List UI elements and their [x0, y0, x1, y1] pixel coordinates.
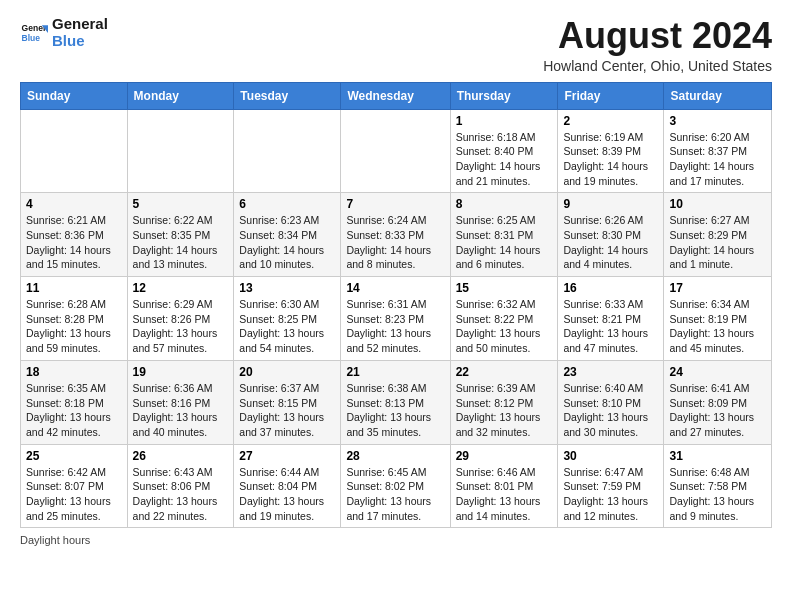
calendar-week-row: 25Sunrise: 6:42 AMSunset: 8:07 PMDayligh…: [21, 444, 772, 528]
calendar-header-row: SundayMondayTuesdayWednesdayThursdayFrid…: [21, 82, 772, 109]
calendar-cell: 16Sunrise: 6:33 AMSunset: 8:21 PMDayligh…: [558, 277, 664, 361]
day-info: Sunrise: 6:18 AMSunset: 8:40 PMDaylight:…: [456, 130, 553, 189]
day-info: Sunrise: 6:21 AMSunset: 8:36 PMDaylight:…: [26, 213, 122, 272]
calendar-cell: 26Sunrise: 6:43 AMSunset: 8:06 PMDayligh…: [127, 444, 234, 528]
day-info: Sunrise: 6:19 AMSunset: 8:39 PMDaylight:…: [563, 130, 658, 189]
svg-text:Blue: Blue: [22, 32, 41, 42]
day-info: Sunrise: 6:20 AMSunset: 8:37 PMDaylight:…: [669, 130, 766, 189]
day-number: 12: [133, 281, 229, 295]
day-header: Thursday: [450, 82, 558, 109]
day-header: Sunday: [21, 82, 128, 109]
day-header: Saturday: [664, 82, 772, 109]
calendar-week-row: 4Sunrise: 6:21 AMSunset: 8:36 PMDaylight…: [21, 193, 772, 277]
day-number: 24: [669, 365, 766, 379]
day-number: 15: [456, 281, 553, 295]
calendar-cell: 25Sunrise: 6:42 AMSunset: 8:07 PMDayligh…: [21, 444, 128, 528]
day-info: Sunrise: 6:34 AMSunset: 8:19 PMDaylight:…: [669, 297, 766, 356]
day-info: Sunrise: 6:40 AMSunset: 8:10 PMDaylight:…: [563, 381, 658, 440]
day-info: Sunrise: 6:41 AMSunset: 8:09 PMDaylight:…: [669, 381, 766, 440]
calendar-cell: 19Sunrise: 6:36 AMSunset: 8:16 PMDayligh…: [127, 360, 234, 444]
day-number: 3: [669, 114, 766, 128]
calendar-cell: 23Sunrise: 6:40 AMSunset: 8:10 PMDayligh…: [558, 360, 664, 444]
day-number: 4: [26, 197, 122, 211]
day-number: 7: [346, 197, 444, 211]
calendar-cell: 22Sunrise: 6:39 AMSunset: 8:12 PMDayligh…: [450, 360, 558, 444]
calendar-cell: 6Sunrise: 6:23 AMSunset: 8:34 PMDaylight…: [234, 193, 341, 277]
logo-icon: General Blue: [20, 19, 48, 47]
calendar-cell: [341, 109, 450, 193]
day-info: Sunrise: 6:45 AMSunset: 8:02 PMDaylight:…: [346, 465, 444, 524]
day-number: 14: [346, 281, 444, 295]
day-number: 27: [239, 449, 335, 463]
calendar-cell: [21, 109, 128, 193]
day-header: Monday: [127, 82, 234, 109]
day-number: 2: [563, 114, 658, 128]
day-header: Tuesday: [234, 82, 341, 109]
calendar-cell: 1Sunrise: 6:18 AMSunset: 8:40 PMDaylight…: [450, 109, 558, 193]
day-info: Sunrise: 6:38 AMSunset: 8:13 PMDaylight:…: [346, 381, 444, 440]
calendar-cell: 3Sunrise: 6:20 AMSunset: 8:37 PMDaylight…: [664, 109, 772, 193]
calendar-cell: 4Sunrise: 6:21 AMSunset: 8:36 PMDaylight…: [21, 193, 128, 277]
logo-text: General Blue: [52, 16, 108, 49]
calendar-cell: 18Sunrise: 6:35 AMSunset: 8:18 PMDayligh…: [21, 360, 128, 444]
day-number: 21: [346, 365, 444, 379]
day-number: 6: [239, 197, 335, 211]
calendar-cell: 24Sunrise: 6:41 AMSunset: 8:09 PMDayligh…: [664, 360, 772, 444]
calendar-cell: 2Sunrise: 6:19 AMSunset: 8:39 PMDaylight…: [558, 109, 664, 193]
day-number: 25: [26, 449, 122, 463]
calendar-cell: 30Sunrise: 6:47 AMSunset: 7:59 PMDayligh…: [558, 444, 664, 528]
day-info: Sunrise: 6:48 AMSunset: 7:58 PMDaylight:…: [669, 465, 766, 524]
calendar-cell: 17Sunrise: 6:34 AMSunset: 8:19 PMDayligh…: [664, 277, 772, 361]
day-info: Sunrise: 6:27 AMSunset: 8:29 PMDaylight:…: [669, 213, 766, 272]
day-info: Sunrise: 6:44 AMSunset: 8:04 PMDaylight:…: [239, 465, 335, 524]
calendar-week-row: 11Sunrise: 6:28 AMSunset: 8:28 PMDayligh…: [21, 277, 772, 361]
day-number: 5: [133, 197, 229, 211]
logo: General Blue General Blue: [20, 16, 108, 49]
day-info: Sunrise: 6:35 AMSunset: 8:18 PMDaylight:…: [26, 381, 122, 440]
title-block: August 2024 Howland Center, Ohio, United…: [543, 16, 772, 74]
day-info: Sunrise: 6:36 AMSunset: 8:16 PMDaylight:…: [133, 381, 229, 440]
calendar-cell: [234, 109, 341, 193]
day-number: 13: [239, 281, 335, 295]
day-number: 22: [456, 365, 553, 379]
header: General Blue General Blue August 2024 Ho…: [20, 16, 772, 74]
day-number: 20: [239, 365, 335, 379]
page: General Blue General Blue August 2024 Ho…: [0, 0, 792, 562]
day-info: Sunrise: 6:23 AMSunset: 8:34 PMDaylight:…: [239, 213, 335, 272]
day-number: 19: [133, 365, 229, 379]
day-info: Sunrise: 6:26 AMSunset: 8:30 PMDaylight:…: [563, 213, 658, 272]
day-info: Sunrise: 6:24 AMSunset: 8:33 PMDaylight:…: [346, 213, 444, 272]
calendar-cell: 14Sunrise: 6:31 AMSunset: 8:23 PMDayligh…: [341, 277, 450, 361]
calendar-week-row: 18Sunrise: 6:35 AMSunset: 8:18 PMDayligh…: [21, 360, 772, 444]
footer-note: Daylight hours: [20, 534, 772, 546]
calendar-cell: 11Sunrise: 6:28 AMSunset: 8:28 PMDayligh…: [21, 277, 128, 361]
calendar-cell: 28Sunrise: 6:45 AMSunset: 8:02 PMDayligh…: [341, 444, 450, 528]
day-info: Sunrise: 6:30 AMSunset: 8:25 PMDaylight:…: [239, 297, 335, 356]
day-info: Sunrise: 6:37 AMSunset: 8:15 PMDaylight:…: [239, 381, 335, 440]
calendar-cell: 15Sunrise: 6:32 AMSunset: 8:22 PMDayligh…: [450, 277, 558, 361]
day-info: Sunrise: 6:46 AMSunset: 8:01 PMDaylight:…: [456, 465, 553, 524]
day-number: 28: [346, 449, 444, 463]
day-number: 1: [456, 114, 553, 128]
day-number: 31: [669, 449, 766, 463]
day-number: 26: [133, 449, 229, 463]
day-info: Sunrise: 6:42 AMSunset: 8:07 PMDaylight:…: [26, 465, 122, 524]
day-number: 10: [669, 197, 766, 211]
day-info: Sunrise: 6:29 AMSunset: 8:26 PMDaylight:…: [133, 297, 229, 356]
day-info: Sunrise: 6:31 AMSunset: 8:23 PMDaylight:…: [346, 297, 444, 356]
calendar-cell: 29Sunrise: 6:46 AMSunset: 8:01 PMDayligh…: [450, 444, 558, 528]
calendar-cell: 27Sunrise: 6:44 AMSunset: 8:04 PMDayligh…: [234, 444, 341, 528]
day-header: Friday: [558, 82, 664, 109]
calendar-cell: 10Sunrise: 6:27 AMSunset: 8:29 PMDayligh…: [664, 193, 772, 277]
calendar-cell: 13Sunrise: 6:30 AMSunset: 8:25 PMDayligh…: [234, 277, 341, 361]
day-info: Sunrise: 6:33 AMSunset: 8:21 PMDaylight:…: [563, 297, 658, 356]
calendar-cell: 20Sunrise: 6:37 AMSunset: 8:15 PMDayligh…: [234, 360, 341, 444]
calendar-cell: 9Sunrise: 6:26 AMSunset: 8:30 PMDaylight…: [558, 193, 664, 277]
calendar-cell: [127, 109, 234, 193]
day-info: Sunrise: 6:28 AMSunset: 8:28 PMDaylight:…: [26, 297, 122, 356]
location-title: Howland Center, Ohio, United States: [543, 58, 772, 74]
day-info: Sunrise: 6:25 AMSunset: 8:31 PMDaylight:…: [456, 213, 553, 272]
day-number: 17: [669, 281, 766, 295]
calendar-cell: 12Sunrise: 6:29 AMSunset: 8:26 PMDayligh…: [127, 277, 234, 361]
month-title: August 2024: [543, 16, 772, 56]
